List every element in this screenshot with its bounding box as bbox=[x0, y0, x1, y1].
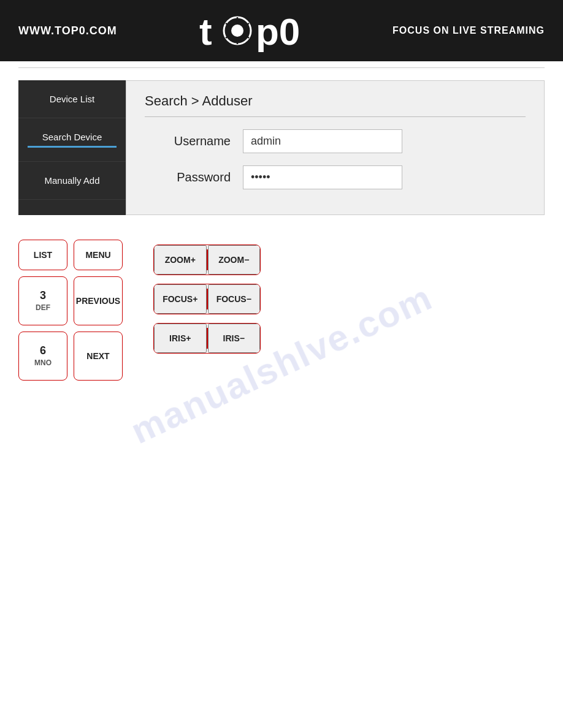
main-content: Device List Search Device Manually Add S… bbox=[18, 80, 545, 215]
focus-control: FOCUS+ FOCUS− bbox=[153, 284, 261, 314]
zoom-control: ZOOM+ ZOOM− bbox=[153, 245, 261, 275]
svg-text:t: t bbox=[199, 10, 212, 52]
svg-line-8 bbox=[243, 23, 249, 27]
logo: t p0 bbox=[199, 9, 310, 52]
focus-plus-button[interactable]: FOCUS+ bbox=[154, 284, 207, 314]
iris-control: IRIS+ IRIS− bbox=[153, 323, 261, 354]
sidebar-item-device-list[interactable]: Device List bbox=[18, 80, 126, 118]
focus-minus-button[interactable]: FOCUS− bbox=[208, 284, 261, 314]
zoom-plus-button[interactable]: ZOOM+ bbox=[154, 245, 207, 275]
website-url: WWW.TOP0.COM bbox=[18, 25, 117, 37]
num3-button[interactable]: 3 DEF bbox=[18, 276, 67, 325]
svg-line-5 bbox=[226, 23, 231, 27]
svg-line-6 bbox=[243, 34, 249, 38]
header-divider bbox=[18, 67, 545, 68]
left-button-grid: LIST MENU 3 DEF PREVIOUS 6 MNO NEXT bbox=[18, 240, 123, 381]
tagline: FOCUS ON LIVE STREAMING bbox=[393, 25, 545, 36]
svg-line-7 bbox=[226, 34, 231, 38]
password-group: Password bbox=[145, 165, 526, 189]
sidebar-item-search-device[interactable]: Search Device bbox=[18, 118, 126, 162]
zoom-minus-button[interactable]: ZOOM− bbox=[208, 245, 261, 275]
svg-text:p0: p0 bbox=[256, 10, 300, 52]
num6-button[interactable]: 6 MNO bbox=[18, 332, 67, 381]
next-button[interactable]: NEXT bbox=[74, 332, 123, 381]
username-input[interactable] bbox=[243, 129, 402, 153]
username-label: Username bbox=[145, 134, 231, 148]
controls-section: LIST MENU 3 DEF PREVIOUS 6 MNO NEXT ZOOM… bbox=[18, 240, 545, 381]
iris-minus-button[interactable]: IRIS− bbox=[208, 324, 261, 353]
menu-button[interactable]: MENU bbox=[74, 240, 123, 270]
header: WWW.TOP0.COM t p0 FOCUS ON LIVE STREAMIN… bbox=[0, 0, 563, 61]
sidebar: Device List Search Device Manually Add bbox=[18, 80, 126, 215]
logo-svg: t p0 bbox=[199, 9, 310, 52]
right-button-grid: ZOOM+ ZOOM− FOCUS+ FOCUS− IRIS+ IRIS− bbox=[153, 245, 261, 354]
content-panel: Search > Adduser Username Password bbox=[126, 80, 545, 215]
iris-plus-button[interactable]: IRIS+ bbox=[154, 324, 207, 353]
sidebar-item-manually-add[interactable]: Manually Add bbox=[18, 162, 126, 200]
previous-button[interactable]: PREVIOUS bbox=[74, 276, 123, 325]
breadcrumb: Search > Adduser bbox=[145, 93, 526, 117]
list-button[interactable]: LIST bbox=[18, 240, 67, 270]
svg-point-2 bbox=[231, 25, 243, 37]
password-input[interactable] bbox=[243, 165, 402, 189]
username-group: Username bbox=[145, 129, 526, 153]
password-label: Password bbox=[145, 170, 231, 184]
